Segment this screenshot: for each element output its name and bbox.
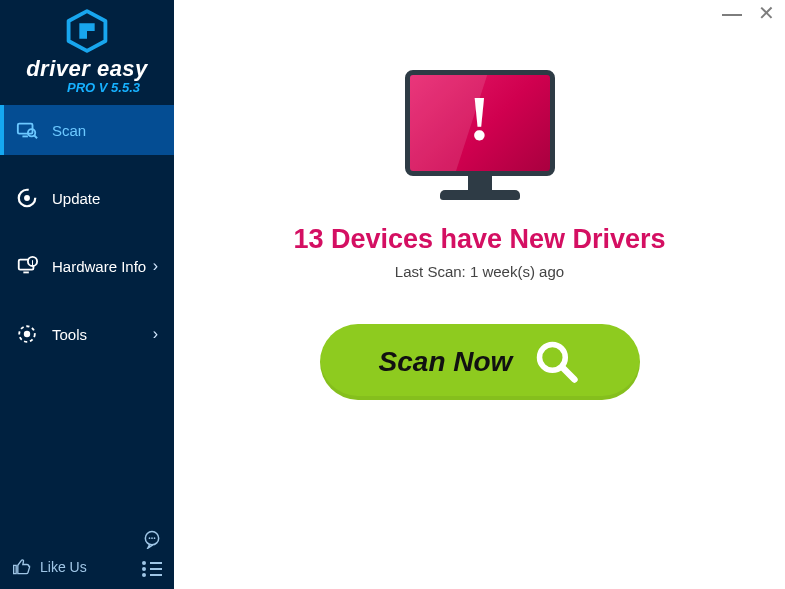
alert-monitor-graphic: !	[405, 70, 555, 200]
svg-point-6	[24, 195, 30, 201]
sidebar-item-update[interactable]: Update	[0, 173, 174, 223]
thumbs-up-icon	[12, 557, 32, 577]
brand-name: driver easy	[26, 56, 148, 82]
close-button[interactable]: ✕	[758, 6, 775, 20]
brand-block: driver easy PRO V 5.5.3	[0, 0, 174, 95]
main-center: ! 13 Devices have New Drivers Last Scan:…	[174, 0, 785, 400]
chevron-right-icon: ›	[153, 325, 158, 343]
tools-icon	[16, 323, 38, 345]
search-icon	[534, 339, 580, 385]
svg-point-15	[151, 537, 153, 539]
sidebar-item-label: Hardware Info	[52, 258, 153, 275]
scan-now-label: Scan Now	[379, 346, 513, 378]
svg-line-18	[563, 368, 575, 380]
chat-icon[interactable]	[142, 529, 162, 549]
sidebar-item-hardware[interactable]: i Hardware Info ›	[0, 241, 174, 291]
svg-point-12	[24, 331, 30, 337]
brand-version: PRO V 5.5.3	[67, 80, 140, 95]
monitor-stand-neck	[468, 176, 492, 190]
exclamation-icon: !	[469, 82, 490, 156]
monitor-stand-base	[440, 190, 520, 200]
sidebar-bottom: Like Us	[0, 529, 174, 577]
sidebar-extra-icons	[142, 529, 162, 577]
sidebar-item-scan[interactable]: Scan	[0, 105, 174, 155]
update-icon	[16, 187, 38, 209]
app-window: driver easy PRO V 5.5.3 Scan Update	[0, 0, 785, 589]
alert-monitor-screen: !	[405, 70, 555, 176]
sidebar-item-label: Update	[52, 190, 158, 207]
svg-point-16	[154, 537, 156, 539]
chevron-right-icon: ›	[153, 257, 158, 275]
like-us-button[interactable]: Like Us	[12, 557, 87, 577]
sidebar-item-label: Scan	[52, 122, 158, 139]
list-menu-icon[interactable]	[142, 561, 162, 577]
svg-text:i: i	[31, 258, 33, 267]
sidebar-item-label: Tools	[52, 326, 153, 343]
scan-result-headline: 13 Devices have New Drivers	[293, 224, 665, 255]
sidebar-nav: Scan Update i Hardware Info ›	[0, 105, 174, 377]
logo-icon	[64, 8, 110, 54]
sidebar-item-tools[interactable]: Tools ›	[0, 309, 174, 359]
sidebar: driver easy PRO V 5.5.3 Scan Update	[0, 0, 174, 589]
window-controls: — ✕	[722, 6, 775, 20]
minimize-button[interactable]: —	[722, 6, 742, 20]
svg-point-14	[149, 537, 151, 539]
hardware-icon: i	[16, 255, 38, 277]
like-us-label: Like Us	[40, 559, 87, 575]
scan-now-button[interactable]: Scan Now	[320, 324, 640, 400]
svg-line-4	[34, 136, 37, 139]
scan-icon	[16, 119, 38, 141]
main-panel: — ✕ ! 13 Devices have New Drivers Last S…	[174, 0, 785, 589]
last-scan-label: Last Scan: 1 week(s) ago	[395, 263, 564, 280]
